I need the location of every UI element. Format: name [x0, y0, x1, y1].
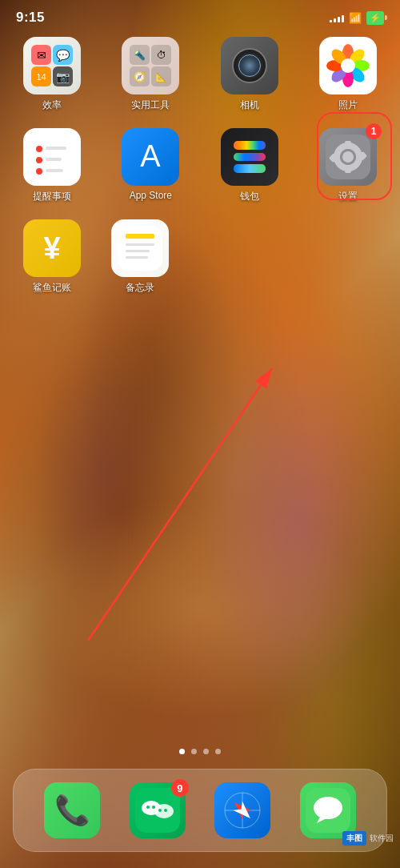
reminders-label: 提醒事项	[33, 190, 71, 203]
page-dot-4[interactable]	[215, 749, 221, 754]
screen: 9:15 📶 ⚡ ✉ 💬 14 📷	[0, 0, 400, 868]
svg-point-38	[152, 806, 155, 809]
dock-wechat[interactable]: 9	[130, 782, 186, 838]
money-label: 鲨鱼记账	[33, 281, 71, 295]
svg-point-14	[36, 168, 42, 175]
safari-icon	[214, 782, 270, 838]
tools-label: 实用工具	[131, 98, 170, 112]
wallet-icon	[221, 128, 278, 186]
svg-rect-9	[26, 131, 78, 183]
page-dot-2[interactable]	[191, 749, 197, 754]
app-reminders[interactable]: 提醒事项	[16, 128, 88, 203]
efficiency-label: 效率	[42, 98, 62, 112]
reminders-icon	[23, 128, 81, 186]
efficiency-icon: ✉ 💬 14 📷	[23, 37, 81, 94]
status-time: 9:15	[16, 10, 45, 26]
app-money[interactable]: ¥ 鲨鱼记账	[16, 219, 88, 295]
page-dot-3[interactable]	[203, 749, 209, 754]
wallet-label: 钱包	[240, 190, 259, 203]
tools-icon: 🔦 ⏱ 🧭 📐	[122, 37, 179, 94]
page-dots	[0, 741, 400, 762]
camera-label: 相机	[240, 98, 259, 112]
photos-icon	[319, 37, 377, 94]
svg-rect-31	[126, 243, 154, 246]
svg-rect-13	[46, 158, 62, 161]
signal-strength-icon	[330, 13, 344, 22]
app-wallet[interactable]: 钱包	[214, 128, 286, 203]
watermark: 丰图 软件园	[342, 831, 394, 846]
svg-rect-30	[126, 234, 154, 239]
app-notes[interactable]: 备忘录	[104, 219, 176, 295]
phone-icon: 📞	[44, 782, 100, 838]
dock-messages[interactable]	[300, 782, 356, 838]
app-grid: ✉ 💬 14 📷 效率 🔦 ⏱ 🧭 📐	[0, 29, 400, 741]
battery-icon: ⚡	[366, 11, 384, 25]
watermark-logo: 丰图	[342, 831, 366, 846]
appstore-label: App Store	[130, 190, 172, 201]
svg-point-47	[314, 797, 342, 819]
svg-point-36	[154, 804, 174, 818]
svg-point-10	[36, 146, 42, 152]
settings-icon: 1	[319, 128, 377, 186]
svg-rect-11	[46, 147, 66, 150]
dock-safari[interactable]	[214, 782, 270, 838]
svg-rect-19	[345, 141, 351, 147]
dock-phone[interactable]: 📞	[44, 782, 100, 838]
app-efficiency[interactable]: ✉ 💬 14 📷 效率	[16, 37, 88, 112]
appstore-icon: A	[122, 128, 179, 186]
svg-point-39	[158, 809, 162, 812]
svg-rect-29	[118, 226, 162, 271]
app-row-3: ¥ 鲨鱼记账 备忘录	[16, 219, 384, 295]
money-icon: ¥	[23, 219, 81, 277]
app-row-1: ✉ 💬 14 📷 效率 🔦 ⏱ 🧭 📐	[16, 37, 384, 112]
svg-rect-32	[126, 250, 150, 252]
svg-point-28	[342, 151, 354, 163]
app-appstore[interactable]: A App Store	[114, 128, 186, 201]
messages-icon	[300, 782, 356, 838]
svg-point-8	[341, 58, 355, 73]
svg-rect-20	[345, 167, 351, 173]
svg-rect-33	[126, 256, 148, 259]
svg-point-12	[36, 157, 42, 163]
app-tools[interactable]: 🔦 ⏱ 🧭 📐 实用工具	[114, 37, 186, 112]
photos-label: 照片	[338, 98, 358, 112]
app-row-2: 提醒事项 A App Store 钱包	[16, 128, 384, 203]
settings-badge: 1	[366, 123, 382, 139]
notes-label: 备忘录	[126, 281, 154, 295]
photos-svg	[326, 43, 370, 88]
dock: 📞 9	[13, 769, 387, 852]
svg-text:A: A	[141, 139, 162, 173]
status-icons: 📶 ⚡	[330, 11, 384, 25]
notes-icon	[111, 219, 169, 277]
app-camera[interactable]: 相机	[214, 37, 286, 112]
wifi-icon: 📶	[349, 12, 362, 24]
watermark-text: 软件园	[370, 833, 394, 844]
status-bar: 9:15 📶 ⚡	[0, 0, 400, 29]
page-dot-1[interactable]	[179, 749, 185, 754]
app-settings[interactable]: 1 设置	[312, 128, 384, 203]
wechat-badge: 9	[171, 779, 189, 797]
settings-label: 设置	[338, 190, 358, 203]
svg-point-40	[164, 809, 167, 812]
camera-icon	[221, 37, 278, 94]
app-photos[interactable]: 照片	[312, 37, 384, 112]
svg-rect-15	[46, 169, 63, 172]
svg-point-37	[146, 806, 150, 809]
